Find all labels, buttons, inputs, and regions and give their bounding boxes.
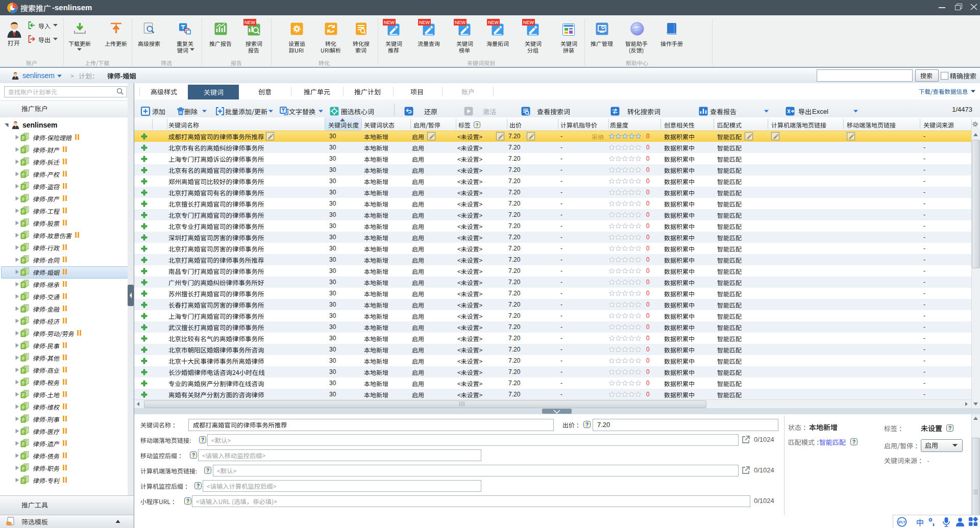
svg-text:?: ? <box>201 437 204 443</box>
svg-text:?: ? <box>206 468 209 473</box>
svg-text:NEW: NEW <box>244 20 256 25</box>
svg-text:iFLY: iFLY <box>898 520 905 524</box>
svg-text:?: ? <box>476 122 479 128</box>
svg-text:NEW: NEW <box>455 20 466 25</box>
svg-text:?: ? <box>192 452 195 458</box>
svg-text:NEW: NEW <box>419 20 430 25</box>
svg-text:?: ? <box>186 498 189 504</box>
svg-text:NEW: NEW <box>488 20 499 25</box>
svg-text:NEW: NEW <box>384 20 395 25</box>
svg-text:?: ? <box>948 425 951 431</box>
svg-text:?: ? <box>197 483 200 489</box>
svg-text:NEW: NEW <box>523 20 534 25</box>
svg-text:?: ? <box>585 422 589 428</box>
svg-text:?: ? <box>852 439 855 445</box>
